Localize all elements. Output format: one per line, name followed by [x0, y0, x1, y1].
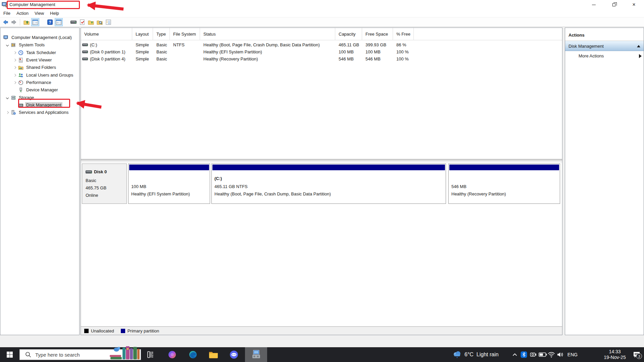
chevron-right-icon[interactable]: [5, 110, 10, 115]
tree-item-label: Event Viewer: [25, 57, 53, 63]
tree-item-performance[interactable]: Performance: [0, 79, 79, 86]
search-icon: [96, 19, 103, 26]
legend-label-primary: Primary partition: [128, 328, 159, 333]
action-pane-toggle-button[interactable]: [55, 18, 63, 26]
services-icon: [10, 110, 16, 115]
edge-icon: [189, 350, 197, 359]
more-actions-item[interactable]: More Actions: [565, 51, 644, 61]
column-header-volume[interactable]: Volume: [81, 28, 132, 40]
partition-efi[interactable]: 100 MB Healthy (EFI System Partition): [128, 164, 210, 204]
wifi-icon: [548, 352, 555, 358]
weather-widget[interactable]: 6°C Light rain: [452, 347, 506, 362]
disk0-info-box[interactable]: Disk 0 Basic 465.75 GB Online: [82, 164, 127, 204]
actions-group-disk-management[interactable]: Disk Management: [565, 41, 644, 51]
up-one-level-button[interactable]: [22, 18, 31, 26]
task-scheduler-icon: [18, 50, 24, 55]
export-button[interactable]: [87, 18, 95, 26]
menu-help[interactable]: Help: [47, 10, 62, 17]
tree-item-services-and-applications[interactable]: Services and Applications: [0, 109, 79, 116]
minimize-icon: [592, 5, 596, 5]
disk-button[interactable]: [69, 18, 78, 26]
disk0-size: 465.75 GB: [86, 185, 106, 190]
bluetooth-tray-button[interactable]: [519, 347, 528, 362]
column-header-status[interactable]: Status: [200, 28, 335, 40]
computer-management-icon: [251, 350, 261, 360]
tree-item-local-users-and-groups[interactable]: Local Users and Groups: [0, 72, 79, 79]
column-header-pct-free[interactable]: % Free: [393, 28, 414, 40]
chevron-down-icon[interactable]: [5, 43, 10, 47]
menu-view[interactable]: View: [32, 10, 47, 17]
volume-tray-button[interactable]: [556, 347, 565, 362]
copilot-app-button[interactable]: [164, 347, 180, 362]
forward-button[interactable]: [10, 18, 18, 26]
console-tree-toggle-button[interactable]: [31, 18, 39, 26]
tree-item-label: Performance: [25, 80, 52, 85]
column-header-type[interactable]: Type: [153, 28, 170, 40]
task-view-button[interactable]: [143, 347, 159, 362]
search-button[interactable]: [96, 18, 104, 26]
tree-item-shared-folders[interactable]: Shared Folders: [0, 64, 79, 71]
collapse-icon[interactable]: [637, 45, 640, 47]
legend-bar: Unallocated Primary partition: [81, 326, 562, 335]
title-bar: Computer Management ×: [0, 0, 644, 9]
close-button[interactable]: ×: [624, 0, 644, 9]
language-indicator[interactable]: ENG: [566, 347, 579, 362]
column-header-filler: [414, 28, 562, 40]
table-row-partition-4[interactable]: (Disk 0 partition 4) Simple Basic Health…: [81, 55, 414, 62]
computer-management-app-icon: [2, 2, 8, 8]
tree-item-task-scheduler[interactable]: Task Scheduler: [0, 49, 79, 56]
edge-app-button[interactable]: [185, 347, 201, 362]
tree-item-storage[interactable]: Storage: [0, 94, 79, 101]
partition-recovery[interactable]: 546 MB Healthy (Recovery Partition): [448, 164, 560, 204]
tree-item-computer-management-local[interactable]: Computer Management (Local): [0, 34, 79, 41]
tree-item-label: Device Manager: [25, 87, 59, 93]
tree-item-label: Shared Folders: [25, 64, 57, 70]
wifi-tray-button[interactable]: [547, 347, 556, 362]
tree-item-disk-management[interactable]: Disk Management: [0, 101, 79, 108]
forward-icon: [11, 19, 17, 26]
chevron-right-icon[interactable]: [12, 50, 17, 55]
table-row-c[interactable]: (C:) Simple Basic NTFS Healthy (Boot, Pa…: [81, 41, 414, 48]
battery-icon: [539, 352, 547, 357]
check-disk-button[interactable]: [78, 18, 86, 26]
column-header-file-system[interactable]: File System: [170, 28, 200, 40]
legend-swatch-unallocated: [84, 329, 89, 333]
partition-c[interactable]: (C:) 465.11 GB NTFS Healthy (Boot, Page …: [211, 164, 446, 204]
table-row-partition-1[interactable]: (Disk 0 partition 1) Simple Basic Health…: [81, 48, 414, 55]
properties-button[interactable]: [104, 18, 112, 26]
tree-item-system-tools[interactable]: System Tools: [0, 41, 79, 48]
chevron-down-icon[interactable]: [5, 95, 10, 100]
disk0-type: Basic: [86, 178, 96, 183]
menu-action[interactable]: Action: [13, 10, 32, 17]
bluetooth-icon: [521, 351, 527, 358]
file-explorer-app-button[interactable]: [206, 347, 221, 362]
pane-splitter[interactable]: [81, 158, 562, 163]
column-header-free-space[interactable]: Free Space: [362, 28, 393, 40]
discord-app-button[interactable]: [226, 347, 242, 362]
tree-item-device-manager[interactable]: Device Manager: [0, 86, 79, 93]
partition-color-bar: [129, 165, 209, 170]
show-hidden-icons-button[interactable]: [511, 347, 519, 362]
computer-management-taskbar-button[interactable]: [245, 347, 267, 362]
minimize-button[interactable]: [584, 0, 604, 9]
help-button[interactable]: ?: [46, 18, 54, 26]
tree-item-event-viewer[interactable]: Event Viewer: [0, 56, 79, 63]
restore-button[interactable]: [604, 0, 624, 9]
chevron-right-icon[interactable]: [12, 73, 17, 78]
copilot-icon: [168, 350, 177, 359]
clock[interactable]: 14:33 19-Nov-25: [598, 347, 632, 362]
window-content: Computer Management (Local) System Tools…: [0, 27, 644, 347]
battery-tray-button[interactable]: [538, 347, 548, 362]
column-header-layout[interactable]: Layout: [132, 28, 153, 40]
chevron-right-icon[interactable]: [12, 80, 17, 85]
column-header-capacity[interactable]: Capacity: [335, 28, 362, 40]
back-button[interactable]: [1, 18, 9, 26]
chevron-right-icon[interactable]: [12, 58, 17, 62]
taskbar-search-input[interactable]: Type here to search: [19, 349, 141, 360]
start-button[interactable]: [0, 347, 19, 362]
divider: [565, 40, 644, 41]
chevron-right-icon[interactable]: [12, 65, 17, 70]
menu-file[interactable]: File: [0, 10, 13, 17]
camera-tray-button[interactable]: [529, 347, 538, 362]
action-pane-toggle-icon: [55, 19, 62, 26]
